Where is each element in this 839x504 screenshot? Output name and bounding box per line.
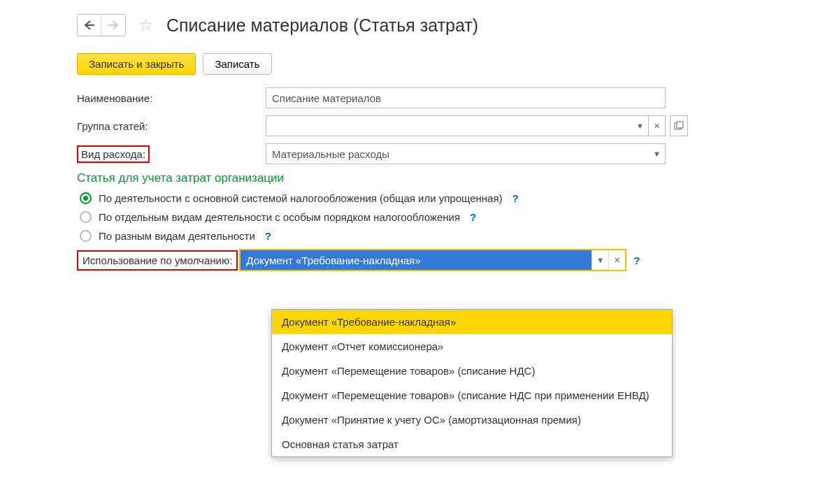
radio-3[interactable]	[80, 230, 92, 242]
usage-clear-btn[interactable]: ✕	[608, 250, 625, 270]
usage-label-wrap: Использование по умолчанию:	[77, 250, 238, 271]
expense-type-input[interactable]: Материальные расходы	[266, 143, 649, 164]
header-row: ☆ Списание материалов (Статья затрат)	[77, 14, 825, 36]
nav-buttons	[77, 14, 126, 36]
group-label: Группа статей:	[77, 120, 266, 132]
row-usage: Использование по умолчанию: Документ «Тр…	[77, 249, 825, 271]
svg-rect-1	[677, 122, 683, 128]
group-open-btn[interactable]	[670, 115, 688, 136]
section-title: Статья для учета затрат организации	[77, 171, 825, 185]
usage-value: Документ «Требование-накладная»	[246, 254, 420, 266]
radio-1[interactable]	[80, 192, 92, 204]
help-icon[interactable]: ?	[633, 254, 640, 266]
group-clear-btn[interactable]: ✕	[649, 115, 666, 136]
help-icon[interactable]: ?	[512, 192, 519, 204]
name-label: Наименование:	[77, 92, 266, 104]
expense-type-dropdown-btn[interactable]: ▼	[649, 143, 666, 164]
page-title: Списание материалов (Статья затрат)	[166, 15, 478, 36]
group-input-wrap: ▼ ✕	[266, 115, 666, 136]
toolbar: Записать и закрыть Записать	[77, 53, 825, 75]
radio-2-label: По отдельным видам деятельности с особым…	[99, 211, 460, 223]
usage-dropdown-btn[interactable]: ▼	[591, 250, 608, 270]
row-name: Наименование:	[77, 87, 825, 108]
row-group: Группа статей: ▼ ✕	[77, 115, 825, 136]
usage-input-wrap: Документ «Требование-накладная» ▼ ✕	[239, 249, 626, 271]
expense-type-label: Вид расхода:	[77, 145, 150, 163]
radio-row-3: По разным видам деятельности ?	[77, 230, 825, 242]
expense-type-label-wrap: Вид расхода:	[77, 145, 266, 163]
radio-2[interactable]	[80, 211, 92, 223]
radio-1-label: По деятельности с основной системой нало…	[99, 192, 503, 204]
forward-button[interactable]	[101, 15, 125, 36]
row-expense-type: Вид расхода: Материальные расходы ▼	[77, 143, 825, 164]
name-input[interactable]	[266, 87, 666, 108]
group-dropdown-btn[interactable]: ▼	[632, 115, 649, 136]
radio-row-1: По деятельности с основной системой нало…	[77, 192, 825, 204]
group-input[interactable]	[266, 115, 632, 136]
save-close-button[interactable]: Записать и закрыть	[77, 53, 196, 75]
expense-type-input-wrap: Материальные расходы ▼	[266, 143, 666, 164]
radio-row-2: По отдельным видам деятельности с особым…	[77, 211, 825, 223]
back-button[interactable]	[78, 15, 101, 36]
usage-input[interactable]: Документ «Требование-накладная»	[241, 250, 591, 270]
usage-label: Использование по умолчанию:	[83, 254, 232, 266]
help-icon[interactable]: ?	[265, 230, 271, 242]
favorite-star-icon[interactable]: ☆	[138, 15, 154, 35]
save-button[interactable]: Записать	[203, 53, 271, 75]
help-icon[interactable]: ?	[470, 211, 476, 223]
radio-3-label: По разным видам деятельности	[99, 230, 255, 242]
